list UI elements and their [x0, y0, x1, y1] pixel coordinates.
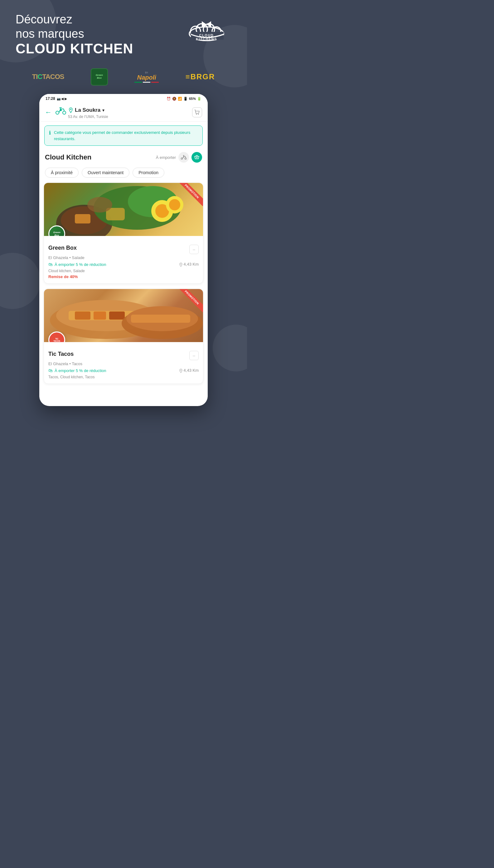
basket-toggle-button[interactable] [191, 152, 202, 163]
restaurant-subtitle-tictacos: El Ghazela • Tacos [48, 362, 199, 366]
svg-rect-37 [75, 312, 91, 320]
location-address: 53 Av. de l'UMA, Tunisie [68, 114, 108, 119]
battery-level: 65% [189, 97, 196, 100]
header-text: Découvrez nos marques CLOUD KITCHEN [16, 13, 133, 56]
info-icon: ℹ [49, 130, 51, 136]
restaurant-card-tictacos[interactable]: PROMOTION TICTACOS Tic Tacos – El Ghazel… [44, 289, 203, 384]
svg-point-13 [70, 109, 71, 110]
brands-row: TICTACOS GreenBox DI Napoli ≡BRGR [0, 66, 247, 94]
brand-greenbox: GreenBox [91, 69, 108, 85]
card-content-greenbox: Green Box – El Ghazela • Salade 🛍 À empo… [44, 236, 203, 283]
silent-icon: 🔕 [172, 97, 176, 101]
tagline-line2: nos marques [16, 27, 133, 41]
favorite-button-tictacos[interactable]: – [189, 351, 199, 360]
status-icons: 📷 ◀ ▶ [57, 97, 68, 100]
svg-point-10 [56, 111, 59, 114]
section-title: Cloud Kitchen [45, 153, 91, 161]
location-name[interactable]: La Soukra [75, 107, 100, 113]
restaurant-card-greenbox[interactable]: PROMOTION GreenBox Green Box – El Ghazel… [44, 183, 203, 284]
info-banner-text: Cette catégorie vous permet de commander… [54, 130, 198, 142]
restaurant-name-greenbox: Green Box [48, 245, 77, 251]
svg-rect-38 [94, 312, 106, 320]
svg-point-15 [198, 114, 199, 115]
status-time: 17:28 [45, 96, 55, 101]
cloud-kitchens-logo: CLOUD KITCHENS [182, 13, 231, 44]
filter-promotion[interactable]: Promotion [133, 168, 164, 178]
card-image-tictacos: PROMOTION TICTACOS [44, 289, 203, 342]
wifi-icon: 📶 [178, 97, 182, 101]
brand-dinapoli: DI Napoli [134, 69, 159, 85]
tags-tictacos: Tacos, Cloud kitchen, Tacos [48, 375, 95, 379]
svg-text:KITCHENS: KITCHENS [196, 37, 217, 41]
svg-point-18 [183, 157, 184, 158]
svg-text:CLOUD: CLOUD [199, 33, 214, 37]
svg-point-33 [180, 263, 181, 264]
ck-logo-svg: CLOUD KITCHENS [182, 13, 231, 44]
scooter-icon [55, 106, 67, 114]
brand-brgr: ≡BRGR [186, 69, 215, 85]
phone-mockup: 17:28 📷 ◀ ▶ ⏰ 🔕 📶 📱 65% 🔋 ← [39, 94, 208, 406]
battery-icon: 🔋 [197, 97, 202, 101]
status-bar: 17:28 📷 ◀ ▶ ⏰ 🔕 📶 📱 65% 🔋 [39, 94, 208, 103]
brand-tictacos: TICTACOS [32, 69, 64, 85]
filter-open-now[interactable]: Ouvert maintenant [82, 168, 129, 178]
restaurant-name-tictacos: Tic Tacos [48, 351, 74, 357]
promotion-corner-greenbox: PROMOTION [178, 183, 203, 208]
chevron-down-icon[interactable]: ▾ [102, 108, 104, 113]
svg-rect-39 [109, 312, 125, 320]
takeaway-icon-tictacos: 🛍 [48, 368, 53, 373]
favorite-button-greenbox[interactable]: – [189, 245, 199, 254]
svg-point-17 [185, 158, 187, 160]
takeaway-offer-greenbox: À emporter 5 % de réduction [55, 262, 106, 267]
location-pin-icon [69, 107, 73, 113]
promotion-corner-tictacos: PROMOTION [178, 289, 203, 314]
moped-toggle-button[interactable] [178, 152, 189, 163]
promotion-badge-tictacos: PROMOTION [178, 289, 203, 312]
card-content-tictacos: Tic Tacos – El Ghazela • Tacos 🛍 À empor… [44, 342, 203, 384]
distance-greenbox: 4,43 Km [179, 262, 199, 267]
svg-point-43 [180, 370, 181, 370]
back-button[interactable]: ← [45, 108, 52, 116]
discount-greenbox: Remise de 40% [48, 274, 78, 279]
signal-icon: 📱 [183, 97, 188, 101]
app-header: ← La Soukra ▾ 53 Av. de l'UMA, Tunisi [39, 103, 208, 122]
svg-point-11 [63, 111, 66, 114]
tagline-line1: Découvrez [16, 13, 133, 27]
svg-rect-32 [75, 214, 91, 223]
bg-decoration-4 [213, 325, 247, 371]
card-image-greenbox: PROMOTION GreenBox [44, 183, 203, 236]
svg-point-16 [181, 158, 183, 160]
alarm-icon: ⏰ [167, 97, 171, 101]
svg-rect-42 [131, 315, 190, 323]
brand-name: CLOUD KITCHEN [16, 41, 133, 56]
location-info: La Soukra ▾ 53 Av. de l'UMA, Tunisie [55, 106, 192, 119]
section-header: Cloud Kitchen À emporter [39, 149, 208, 166]
tags-greenbox: Cloud kitchen, Salade [48, 269, 85, 273]
promotion-badge-greenbox: PROMOTION [178, 183, 203, 206]
restaurant-subtitle-greenbox: El Ghazela • Salade [48, 255, 199, 260]
takeaway-icon: 🛍 [48, 262, 53, 267]
filter-chips: À proximité Ouvert maintenant Promotion [39, 166, 208, 183]
header-section: Découvrez nos marques CLOUD KITCHEN CLOU… [0, 0, 247, 66]
filter-proximity[interactable]: À proximité [45, 168, 79, 178]
info-banner: ℹ Cette catégorie vous permet de command… [44, 126, 203, 146]
distance-tictacos: 4,43 Km [179, 368, 199, 373]
takeaway-offer-tictacos: À emporter 5 % de réduction [55, 368, 106, 373]
svg-point-12 [60, 109, 62, 111]
svg-point-31 [87, 197, 112, 213]
delivery-label: À emporter [156, 155, 176, 160]
cart-button[interactable] [192, 107, 202, 117]
svg-point-14 [196, 114, 197, 115]
bg-decoration-3 [0, 253, 40, 309]
